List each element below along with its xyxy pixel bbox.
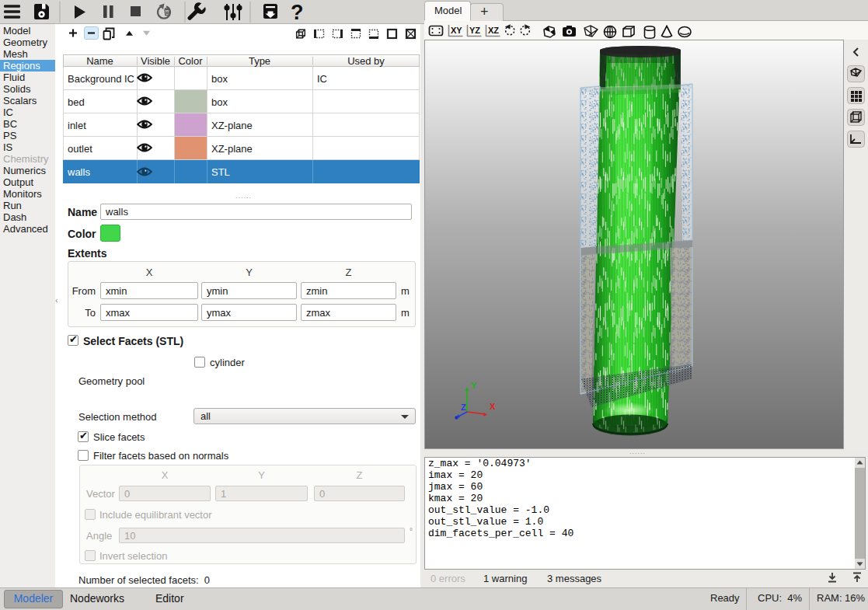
svg-text:Z: Z xyxy=(461,403,466,412)
svg-text:X: X xyxy=(490,402,496,411)
svg-text:XY: XY xyxy=(451,26,462,35)
svg-text:YZ: YZ xyxy=(469,26,480,35)
svg-text:Y: Y xyxy=(471,381,477,390)
svg-text:XZ: XZ xyxy=(488,26,499,35)
svg-text:?: ? xyxy=(291,1,304,24)
